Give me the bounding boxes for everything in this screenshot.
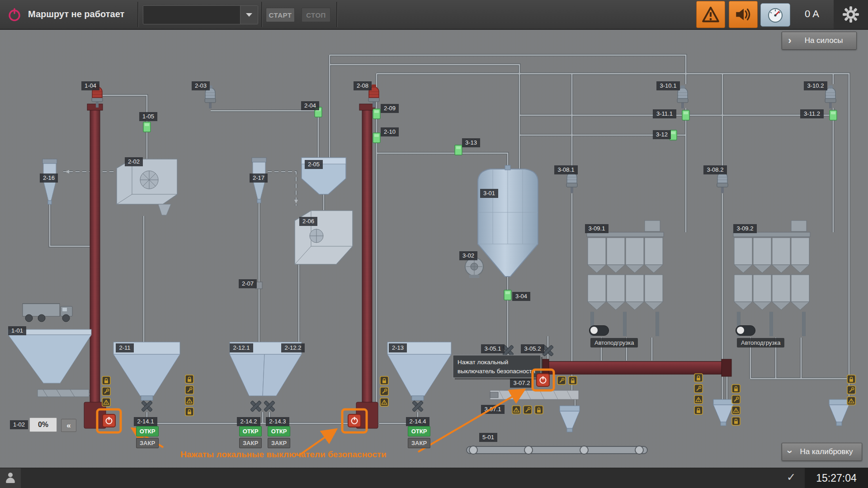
small-hopper-1[interactable] [560,406,580,432]
power-icon [6,6,23,23]
valve-2-12-1[interactable] [250,401,262,412]
fan-3-02[interactable] [465,258,483,278]
svg-text:Нажат локальный: Нажат локальный [458,359,508,366]
svg-text:3-11.2: 3-11.2 [804,110,820,117]
gate-2-14-2-close-button[interactable]: ЗАКР [239,438,262,448]
start-button[interactable]: СТАРТ [266,8,295,22]
svg-text:2-12.2: 2-12.2 [285,344,302,351]
gate-2-14-2-open-button[interactable]: ОТКР [239,426,262,436]
svg-text:3-10.2: 3-10.2 [807,82,824,89]
receiving-hopper-1-01[interactable] [8,329,91,397]
current-readout: 0 A [794,8,830,20]
sensor-3-11-2 [830,110,837,120]
silo-3-01[interactable] [478,165,538,277]
warning-icon [701,5,721,24]
gate-2-14-4-open-button[interactable]: ОТКР [408,426,430,436]
safety-switch-pressed-icon[interactable] [103,414,115,427]
svg-text:1-04: 1-04 [85,82,96,89]
svg-text:3-05.2: 3-05.2 [524,345,541,352]
small-hopper-3[interactable] [829,399,849,426]
svg-text:1-02: 1-02 [13,421,25,428]
svg-text:1-01: 1-01 [11,327,23,334]
stop-button[interactable]: СТОП [302,8,330,22]
safety-switch-pressed-icon[interactable] [537,374,549,386]
route-select[interactable] [143,5,258,24]
wrench-icon [847,386,855,394]
svg-text:2-11: 2-11 [119,344,130,351]
warning-small-icon [847,397,855,405]
gauge-button[interactable] [760,3,790,27]
svg-text:2-03: 2-03 [195,82,207,89]
svg-text:2-06: 2-06 [302,218,314,225]
gate-2-14-4-close-button[interactable]: ЗАКР [408,438,430,448]
user-icon [5,473,15,483]
small-hopper-2[interactable] [713,399,733,426]
wrench-icon [185,386,193,394]
autoload-toggle-1[interactable] [589,325,609,336]
nav-to-silos-button[interactable]: › На силосы [782,32,857,50]
nav-to-calibration-button[interactable]: › На калибровку [782,443,862,461]
svg-text:2-08: 2-08 [357,82,368,89]
svg-text:2-05: 2-05 [308,161,320,168]
lock-icon [732,417,740,425]
safety-switch-pressed-icon[interactable] [348,414,361,427]
valve-2-13[interactable] [412,401,424,412]
svg-text:2-14.2: 2-14.2 [241,418,257,425]
gate-2-14-1-close-button[interactable]: ЗАКР [136,438,159,448]
sensor-3-11-1 [682,110,689,120]
gate-2-14-1-open-button[interactable]: ОТКР [136,426,159,436]
gate-2-14-3-open-button[interactable]: ОТКР [268,426,290,436]
autoload-label-2: Автоподгрузка [737,338,784,347]
belt-conveyor-5-01[interactable] [467,446,647,454]
lock-icon [185,375,193,383]
grain-cleaner-2-02[interactable] [117,159,177,215]
svg-text:2-12.1: 2-12.1 [233,344,250,351]
svg-text:3-07.2: 3-07.2 [514,380,530,386]
svg-text:2-16: 2-16 [43,174,55,181]
lock-icon [535,406,543,414]
lock-icon [569,376,577,385]
silo-battery-3-09-2[interactable] [733,221,810,336]
autoload-toggle-2[interactable] [736,325,755,336]
user-button[interactable] [0,468,21,488]
svg-text:3-13: 3-13 [465,139,477,146]
svg-text:2-10: 2-10 [384,128,396,135]
footer-bar: ✓ 15:27:04 [0,468,868,488]
svg-text:2-13: 2-13 [392,344,404,351]
warning-small-icon [732,406,740,414]
wrench-icon [380,387,388,395]
ack-check-icon[interactable]: ✓ [787,471,796,483]
svg-text:3-01: 3-01 [483,190,495,197]
svg-text:2-02: 2-02 [128,158,140,165]
silo-battery-3-09-1[interactable] [587,221,664,336]
valve-2-11[interactable] [142,401,153,412]
settings-button[interactable] [834,0,868,29]
process-mimic: .tag rect{fill:rgba(42,45,49,.85)} .tag … [0,0,868,488]
svg-text:5-01: 5-01 [482,434,494,441]
svg-text:3-08.2: 3-08.2 [707,166,724,173]
truck [23,304,72,322]
chain-conveyor-red[interactable] [542,359,731,376]
svg-text:3-09.2: 3-09.2 [737,225,754,232]
gate-2-14-3-close-button[interactable]: ЗАКР [268,438,290,448]
valve-2-12-2[interactable] [264,401,275,412]
horn-button[interactable] [729,1,758,28]
sensor-3-13 [455,145,462,155]
feeder-speed-button[interactable]: « [61,419,76,432]
svg-text:3-02: 3-02 [462,252,474,259]
annotation-text: Нажаты локальные выключатели безопасност… [180,450,387,459]
dropdown-arrow-icon[interactable] [240,6,258,24]
clock: 15:27:04 [805,468,868,488]
svg-text:1-05: 1-05 [142,113,154,120]
conveyor-3-07-2[interactable] [490,390,579,399]
lock-icon [847,375,855,383]
svg-text:3-10.1: 3-10.1 [660,82,677,89]
svg-text:2-17: 2-17 [253,174,264,181]
lock-icon [732,385,740,393]
bucket-elevator-2[interactable] [356,104,378,428]
nav-to-silos-label: На силосы [797,36,856,45]
wrench-icon [102,387,110,395]
alarm-button[interactable] [696,1,725,28]
svg-text:3-08.1: 3-08.1 [558,166,575,173]
autoload-label-1: Автоподгрузка [590,338,638,347]
